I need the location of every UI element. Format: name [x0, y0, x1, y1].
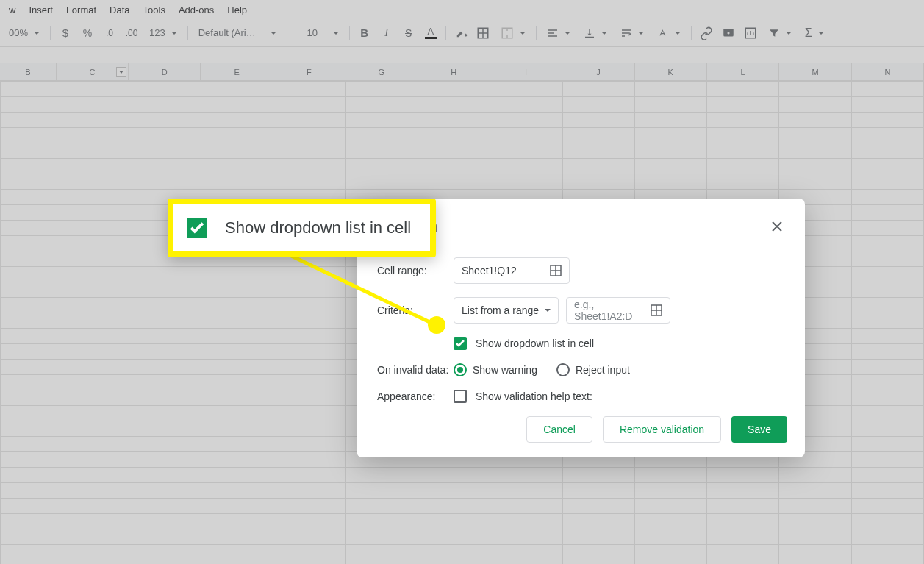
- currency-button[interactable]: $: [55, 23, 76, 43]
- insert-comment-button[interactable]: [718, 23, 739, 43]
- decrease-decimal-button[interactable]: .0: [99, 23, 120, 43]
- svg-rect-3: [502, 28, 512, 38]
- col-header-g[interactable]: G: [345, 63, 418, 80]
- chevron-down-icon: [271, 32, 276, 35]
- separator: [50, 26, 51, 40]
- font-family-dropdown[interactable]: Default (Ari…: [193, 23, 282, 43]
- text-wrap-dropdown[interactable]: [615, 23, 650, 43]
- fill-color-button[interactable]: [451, 23, 471, 43]
- insert-chart-button[interactable]: [740, 23, 761, 43]
- show-dropdown-label: Show dropdown list in cell: [476, 338, 594, 349]
- menu-item-data[interactable]: Data: [104, 1, 135, 18]
- column-headers: B C D E F G H I J K L M N: [0, 63, 924, 81]
- svg-rect-11: [651, 305, 662, 315]
- separator: [536, 26, 537, 40]
- borders-button[interactable]: [473, 23, 493, 43]
- font-size-dropdown[interactable]: 10: [292, 23, 345, 43]
- checkbox-checked-icon: [187, 218, 207, 238]
- col-header-b[interactable]: B: [0, 63, 57, 80]
- col-header-f[interactable]: F: [273, 63, 345, 80]
- col-header-e[interactable]: E: [201, 63, 273, 80]
- radio-unselected-icon: [556, 363, 570, 376]
- increase-decimal-button[interactable]: .00: [121, 23, 142, 43]
- svg-rect-6: [723, 29, 734, 37]
- cell-range-label: Cell range:: [377, 265, 454, 276]
- text-rotation-dropdown[interactable]: [651, 23, 687, 43]
- insert-link-button[interactable]: [696, 23, 717, 43]
- remove-validation-button[interactable]: Remove validation: [603, 416, 721, 443]
- help-text-checkbox-row[interactable]: Show validation help text:: [454, 390, 592, 403]
- separator: [187, 26, 188, 40]
- separator: [445, 26, 446, 40]
- chevron-down-icon: [520, 32, 526, 35]
- criteria-range-input[interactable]: e.g., Sheet1!A2:D: [566, 297, 670, 324]
- save-button[interactable]: Save: [731, 416, 787, 443]
- col-header-m[interactable]: M: [779, 63, 851, 80]
- criteria-dropdown[interactable]: List from a range: [454, 297, 559, 324]
- vertical-align-dropdown[interactable]: [578, 23, 613, 43]
- radio-selected-icon: [454, 363, 467, 376]
- cancel-button[interactable]: Cancel: [526, 416, 592, 443]
- help-text-label: Show validation help text:: [476, 390, 592, 402]
- grid-select-icon[interactable]: [651, 304, 662, 316]
- separator: [287, 26, 287, 40]
- close-button[interactable]: [767, 216, 787, 237]
- col-header-n[interactable]: N: [852, 63, 924, 80]
- show-dropdown-checkbox-row[interactable]: Show dropdown list in cell: [454, 337, 594, 350]
- menu-item-addons[interactable]: Add-ons: [173, 1, 220, 18]
- close-icon: [772, 221, 782, 232]
- chevron-down-icon: [565, 32, 570, 35]
- bold-button[interactable]: B: [354, 23, 375, 43]
- separator: [691, 26, 692, 40]
- col-header-l[interactable]: L: [707, 63, 779, 80]
- col-header-k[interactable]: K: [635, 63, 707, 80]
- cell-range-input[interactable]: Sheet1!Q12: [454, 257, 570, 284]
- toolbar: 00% $ % .0 .00 123 Default (Ari… 10 B I …: [0, 19, 924, 47]
- horizontal-align-dropdown[interactable]: [541, 23, 576, 43]
- strikethrough-button[interactable]: S: [398, 23, 419, 43]
- text-color-button[interactable]: A: [420, 23, 441, 43]
- chevron-down-icon: [638, 32, 644, 35]
- menu-item-tools[interactable]: Tools: [137, 1, 171, 18]
- menu-item-help[interactable]: Help: [221, 1, 253, 18]
- col-header-j[interactable]: J: [562, 63, 634, 80]
- svg-rect-7: [745, 28, 756, 38]
- percent-button[interactable]: %: [77, 23, 98, 43]
- criteria-label: Criteria:: [377, 304, 454, 316]
- chevron-down-icon: [34, 32, 40, 35]
- col-header-i[interactable]: I: [490, 63, 562, 80]
- menu-item-insert[interactable]: Insert: [23, 1, 59, 18]
- col-header-c[interactable]: C: [57, 63, 129, 80]
- zoom-dropdown[interactable]: 00%: [3, 23, 46, 43]
- col-header-d[interactable]: D: [129, 63, 201, 80]
- on-invalid-label: On invalid data:: [377, 364, 454, 376]
- separator: [349, 26, 350, 40]
- radio-show-warning[interactable]: Show warning: [454, 363, 537, 376]
- callout-annotation: Show dropdown list in cell: [168, 199, 436, 257]
- menu-bar: w Insert Format Data Tools Add-ons Help: [0, 0, 924, 19]
- svg-rect-0: [478, 28, 488, 38]
- chevron-down-icon: [171, 32, 177, 35]
- functions-dropdown[interactable]: Σ: [799, 23, 830, 43]
- chevron-down-icon: [601, 32, 607, 35]
- filter-indicator-icon[interactable]: [116, 67, 126, 77]
- chevron-down-icon: [675, 32, 681, 35]
- chevron-down-icon: [545, 309, 551, 312]
- more-formats-dropdown[interactable]: 123: [143, 23, 183, 43]
- grid-select-icon[interactable]: [550, 265, 562, 276]
- menu-item-view[interactable]: w: [3, 1, 21, 18]
- chevron-down-icon: [333, 32, 339, 35]
- appearance-label: Appearance:: [377, 390, 454, 402]
- zoom-value: 00%: [9, 27, 28, 38]
- chevron-down-icon: [818, 32, 824, 35]
- checkbox-checked-icon: [454, 337, 467, 350]
- italic-button[interactable]: I: [376, 23, 397, 43]
- menu-item-format[interactable]: Format: [60, 1, 102, 18]
- col-header-h[interactable]: H: [418, 63, 490, 80]
- radio-reject-input[interactable]: Reject input: [556, 363, 630, 376]
- merge-cells-dropdown[interactable]: [495, 23, 531, 43]
- filter-dropdown[interactable]: [762, 23, 798, 43]
- checkbox-unchecked-icon: [454, 390, 467, 403]
- callout-dot: [428, 316, 445, 334]
- chevron-down-icon: [786, 32, 792, 35]
